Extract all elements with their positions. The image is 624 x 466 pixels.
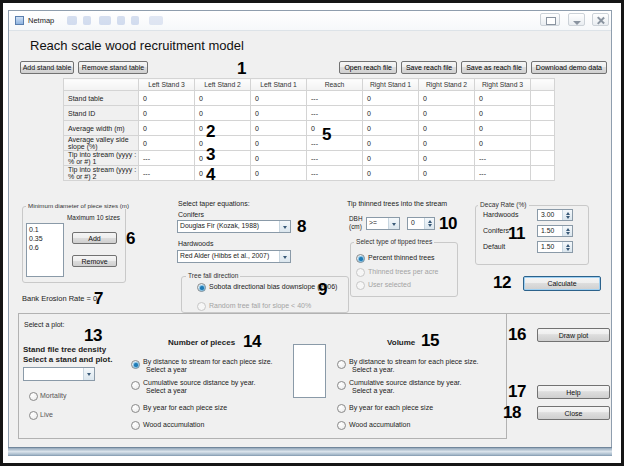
spinner-arrows-icon[interactable] [424,218,434,229]
mortality-label[interactable]: Mortality [40,392,66,399]
user-selected-radio[interactable] [356,281,365,290]
chevron-down-icon[interactable] [83,368,94,380]
table-cell[interactable]: 0 [475,106,531,121]
table-cell[interactable]: 0 [363,136,419,151]
table-cell[interactable]: --- [139,166,195,181]
table-cell[interactable]: --- [307,106,363,121]
volume-accumulation-radio[interactable] [337,421,346,430]
table-cell[interactable]: 0 [419,166,475,181]
table-cell[interactable]: 0 [195,121,251,136]
table-cell[interactable]: --- [475,151,531,166]
pieces-distance-radio[interactable] [131,360,140,369]
sobota-bias-radio[interactable] [197,283,206,292]
table-cell[interactable]: 0 [251,166,307,181]
remove-stand-table-button[interactable]: Remove stand table [78,61,148,74]
table-cell[interactable]: 0 [195,151,251,166]
percent-thinned-radio[interactable] [356,254,365,263]
piece-sizes-listbox[interactable]: 0.1 0.35 0.6 [26,223,64,277]
piece-size-item[interactable]: 0.6 [29,243,61,252]
hardwoods-taper-select[interactable]: Red Alder (Hibbs et al., 2007) [177,250,291,263]
decay-default-spinner[interactable]: 1.50 [537,241,573,253]
random-fall-radio[interactable] [197,302,206,311]
save-reach-file-button[interactable]: Save reach file [401,61,457,74]
table-cell[interactable]: 0 [419,136,475,151]
volume-distance-radio[interactable] [337,360,346,369]
table-cell[interactable]: --- [307,136,363,151]
calculate-button[interactable]: Calculate [523,276,601,291]
conifers-taper-select[interactable]: Douglas Fir (Kozak, 1988) [177,220,291,233]
pieces-distance-label[interactable]: By distance to stream for each piece siz… [143,358,273,365]
table-cell[interactable]: 0 [195,166,251,181]
draw-plot-button[interactable]: Draw plot [537,328,610,342]
table-cell[interactable]: 0 [139,106,195,121]
table-cell[interactable]: 0 [139,91,195,106]
volume-cumulative-label[interactable]: Cumulative source distance by year. [349,379,461,386]
decay-hardwoods-spinner[interactable]: 3.00 [537,209,573,221]
spinner-arrows-icon[interactable] [562,210,572,220]
mortality-radio[interactable] [29,392,38,401]
table-cell[interactable]: 0 [251,136,307,151]
table-cell[interactable]: 0 [419,91,475,106]
table-cell[interactable]: 0 [363,91,419,106]
table-cell[interactable]: --- [307,166,363,181]
remove-size-button[interactable]: Remove [72,255,117,267]
table-cell[interactable]: --- [307,91,363,106]
save-as-reach-file-button[interactable]: Save as reach file [461,61,527,74]
open-reach-file-button[interactable]: Open reach file [339,61,396,74]
volume-by-year-radio[interactable] [337,404,346,413]
table-cell[interactable]: 0 [195,136,251,151]
table-cell[interactable]: 0 [195,106,251,121]
live-label[interactable]: Live [40,411,53,418]
pieces-cumulative-label[interactable]: Cumulative source distance by year. [143,379,255,386]
decay-conifers-spinner[interactable]: 1.50 [537,225,573,237]
volume-cumulative-radio[interactable] [337,381,346,390]
table-cell[interactable]: --- [475,166,531,181]
pieces-accumulation-radio[interactable] [131,421,140,430]
add-stand-table-button[interactable]: Add stand table [20,61,74,74]
spinner-arrows-icon[interactable] [562,226,572,236]
table-cell[interactable]: 0 [419,106,475,121]
year-listbox[interactable] [293,344,326,398]
download-demo-data-button[interactable]: Download demo data [531,61,607,74]
pieces-by-year-label[interactable]: By year for each piece size [143,404,227,411]
volume-accumulation-label[interactable]: Wood accumulation [349,421,410,428]
table-cell[interactable]: 0 [251,91,307,106]
table-cell[interactable]: 0 [475,136,531,151]
close-button[interactable]: Close [537,406,610,420]
pieces-accumulation-label[interactable]: Wood accumulation [143,421,204,428]
table-cell[interactable]: 0 [363,121,419,136]
table-cell[interactable]: 0 [251,151,307,166]
close-window-button[interactable] [592,13,609,26]
chevron-down-icon[interactable] [279,221,290,232]
table-cell[interactable]: 0 [363,166,419,181]
table-cell[interactable]: 0 [139,121,195,136]
stand-select[interactable] [23,367,95,381]
table-cell[interactable]: 0 [251,106,307,121]
volume-by-year-label[interactable]: By year for each piece size [349,404,433,411]
table-cell[interactable]: 0 [475,121,531,136]
thinned-per-acre-radio[interactable] [356,268,365,277]
pieces-by-year-radio[interactable] [131,404,140,413]
dbh-value-spinner[interactable]: 0 [407,217,435,230]
spinner-arrows-icon[interactable] [562,242,572,252]
piece-size-item[interactable]: 0.1 [29,225,61,234]
percent-thinned-label[interactable]: Percent thinned trees [368,254,435,261]
table-cell[interactable]: 0 [475,91,531,106]
chevron-down-icon[interactable] [279,251,290,262]
table-cell[interactable]: 0 [419,121,475,136]
table-cell[interactable]: 0 [307,121,363,136]
table-cell[interactable]: 0 [195,91,251,106]
dbh-operator-select[interactable]: >= [366,217,400,230]
table-cell[interactable]: --- [139,151,195,166]
table-cell[interactable]: 0 [363,106,419,121]
piece-size-item[interactable]: 0.35 [29,234,61,243]
chevron-down-icon[interactable] [388,218,399,229]
restore-window-button[interactable] [540,13,560,26]
pieces-cumulative-radio[interactable] [131,381,140,390]
table-cell[interactable]: --- [307,151,363,166]
table-cell[interactable]: 0 [251,121,307,136]
table-cell[interactable]: 0 [363,151,419,166]
volume-distance-label[interactable]: By distance to stream for each piece siz… [349,358,479,365]
live-radio[interactable] [29,411,38,420]
help-button[interactable]: Help [537,385,610,399]
